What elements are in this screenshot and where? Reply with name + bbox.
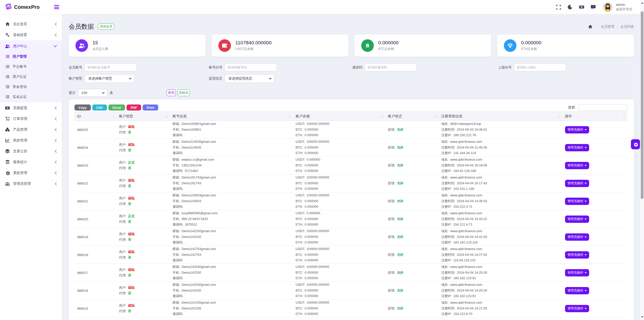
cell-account-info: 邮箱:Demo142753gmail.com手机:Demo142753邀请码:: [170, 246, 293, 264]
sidebar-item-报表统计[interactable]: 报表统计: [0, 157, 62, 167]
chat-icon[interactable]: [590, 4, 596, 10]
admin-actions-button[interactable]: 管理员操作: [565, 305, 589, 312]
sidebar-item-基础设置[interactable]: 基础设置: [0, 29, 62, 40]
money-icon[interactable]: 0: [579, 4, 584, 10]
scrollbar-up-arrow[interactable]: [641, 2, 643, 4]
chevron-left-icon: [55, 171, 57, 175]
avatar[interactable]: [603, 2, 613, 12]
column-header-ID[interactable]: ID↑↓: [74, 112, 116, 121]
filter-field-账号ID号: 账号ID号: [209, 63, 352, 71]
settings-fab[interactable]: [631, 139, 640, 149]
admin-actions-button[interactable]: 管理员操作: [565, 269, 589, 276]
cell-account-type: 用户:试玩代理:否: [116, 264, 170, 282]
cell-status: 提现:允许: [385, 174, 438, 192]
table-row: 866018用户:试玩代理:否邮箱:Demo142753gmail.com手机:…: [74, 246, 627, 264]
column-header-账户余额[interactable]: 账户余额↑↓: [293, 112, 385, 121]
menu-toggle-icon[interactable]: [54, 5, 59, 9]
breadcrumb-home-icon[interactable]: [586, 23, 595, 30]
cell-id: 866021: [74, 192, 116, 210]
export-print-button[interactable]: Print: [143, 104, 158, 111]
cell-account-info: 邮箱:Demo142530gmail.com手机:Demo142530邀请码:: [170, 282, 293, 300]
admin-actions-button[interactable]: 管理员操作: [565, 198, 589, 205]
filter-select-账户类型[interactable]: 请选择账户类型: [85, 74, 134, 83]
cell-actions: 管理员操作: [562, 210, 627, 228]
sidebar-item-管理员管理[interactable]: 管理员管理: [0, 178, 62, 189]
sidebar-item-风控管理[interactable]: 风控管理: [0, 135, 62, 146]
user-info[interactable]: admin 超级管理员: [616, 3, 632, 11]
stat-card-BTC总余额: B0.000000BTC总余额: [354, 34, 491, 57]
page-size-select[interactable]: 100: [78, 89, 107, 97]
sort-icon: ↑↓: [165, 114, 168, 118]
table-row: 866022用户:试玩代理:否邮箱:Demo161743gmail.com手机:…: [74, 174, 627, 192]
cell-register-info: 域名:www.qdd-finance.com注册时间:2024-04-04 16…: [438, 174, 562, 192]
table-row: 866020用户:正式代理:否邮箱:lucy6880565@gmai.com手机…: [74, 210, 627, 228]
filter-select-group-账户类型: 账户类型请选择账户类型: [69, 74, 209, 83]
column-header-账户类型[interactable]: 账户类型↑↓: [116, 112, 170, 121]
fullscreen-icon[interactable]: [556, 4, 561, 10]
column-header-注册登陆信息[interactable]: 注册登陆信息↑↓: [438, 112, 562, 121]
column-header-账号信息[interactable]: 账号信息↑↓: [170, 112, 293, 121]
admin-actions-button[interactable]: 管理员操作: [565, 287, 589, 294]
cell-balance: USDT:100000.000000BTC:0.000000ETH:0.0000…: [293, 228, 385, 246]
sidebar-item-系统管理[interactable]: 系统管理: [0, 167, 62, 178]
main-content: 会员数据 添加会员 / 会员管理 / 会员列表 15会员总人数1107840.0…: [62, 14, 640, 320]
breadcrumb-member-management[interactable]: 会员管理: [601, 24, 614, 29]
sidebar-item-订单管理[interactable]: 订单管理: [0, 113, 62, 124]
filter-select-提现状态[interactable]: 请选择提现状态: [225, 74, 274, 83]
table-row: 866025用户:试玩代理:否邮箱:Demo193651gmail.com手机:…: [74, 121, 627, 139]
cell-actions: 管理员操作: [562, 264, 627, 282]
sidebar-subitem-资金变动[interactable]: 资金变动: [0, 82, 62, 92]
cell-actions: 管理员操作: [562, 157, 627, 174]
column-header-操作[interactable]: 操作↑↓: [562, 112, 627, 121]
cell-status: 提现:允许: [385, 210, 438, 228]
sidebar-item-产品管理[interactable]: 产品管理: [0, 124, 62, 135]
cog-icon: [5, 170, 10, 175]
cell-actions: 管理员操作: [562, 174, 627, 192]
admin-actions-button[interactable]: 管理员操作: [565, 180, 589, 187]
export-csv-button[interactable]: CSV: [92, 104, 107, 111]
dark-mode-icon[interactable]: [567, 4, 573, 10]
sidebar-item-用户中心[interactable]: 用户中心: [0, 41, 62, 52]
filter-input-账号ID号[interactable]: [225, 63, 277, 71]
sidebar-item-后台首页[interactable]: 后台首页: [0, 19, 62, 29]
filter-input-上级ID号[interactable]: [514, 63, 566, 71]
scrollbar-thumb[interactable]: [641, 11, 643, 199]
export-pdf-button[interactable]: PDF: [127, 104, 141, 111]
admin-actions-button[interactable]: 管理员操作: [565, 216, 589, 223]
cell-account-info: 邮箱:Demo142155gmail.com手机:Demo142155邀请码:: [170, 300, 293, 317]
filter-input-会员账号[interactable]: [85, 63, 137, 71]
members-table: ID↑↓账户类型↑↓账号信息↑↓账户余额↑↓账户状态↑↓注册登陆信息↑↓操作↑↓…: [74, 112, 627, 317]
table-search-input[interactable]: [578, 104, 627, 111]
sidebar-item-充值提现[interactable]: 0充值提现: [0, 102, 62, 113]
admin-actions-button[interactable]: 管理员操作: [565, 162, 589, 169]
cell-id: 866019: [74, 228, 116, 246]
scrollbar-down-arrow[interactable]: [641, 316, 643, 318]
cell-actions: 管理员操作: [562, 228, 627, 246]
stat-value: 0.000000: [521, 40, 541, 46]
add-member-button[interactable]: 添加会员: [98, 23, 114, 30]
sidebar-item-文章公告[interactable]: 文章公告: [0, 146, 62, 157]
sidebar-group-4: 订单管理: [0, 113, 62, 124]
sidebar-subitem-平台账号[interactable]: 平台账号: [0, 62, 62, 72]
sidebar-group-5: 产品管理: [0, 124, 62, 135]
admin-actions-button[interactable]: 管理员操作: [565, 144, 589, 151]
chevron-left-icon: [55, 160, 57, 164]
sort-icon: ↑↓: [288, 114, 291, 118]
scrollbar[interactable]: [640, 0, 644, 320]
export-excel-button[interactable]: Excel: [108, 104, 125, 111]
query-button[interactable]: 查询: [167, 89, 176, 96]
sidebar-subitem-用户认证[interactable]: 用户认证: [0, 72, 62, 82]
filter-field-邀请码: 邀请码: [352, 63, 498, 71]
admin-actions-button[interactable]: 管理员操作: [565, 233, 589, 241]
sidebar-subitem-实名认证[interactable]: 实名认证: [0, 92, 62, 102]
admin-actions-button[interactable]: 管理员操作: [565, 126, 589, 133]
cell-id: 866018: [74, 246, 116, 264]
filter-input-邀请码[interactable]: [365, 63, 417, 71]
export-copy-button[interactable]: Copy: [74, 104, 91, 111]
cell-register-info: 域名:www.qdd-finance.com注册时间:2024-04-04 16…: [438, 157, 562, 174]
admin-actions-button[interactable]: 管理员操作: [565, 251, 589, 259]
cell-id: 866020: [74, 210, 116, 228]
sidebar-subitem-用户管理[interactable]: 用户管理: [0, 52, 62, 62]
column-header-账户状态[interactable]: 账户状态↑↓: [385, 112, 438, 121]
reset-button[interactable]: 初始化: [178, 89, 190, 96]
